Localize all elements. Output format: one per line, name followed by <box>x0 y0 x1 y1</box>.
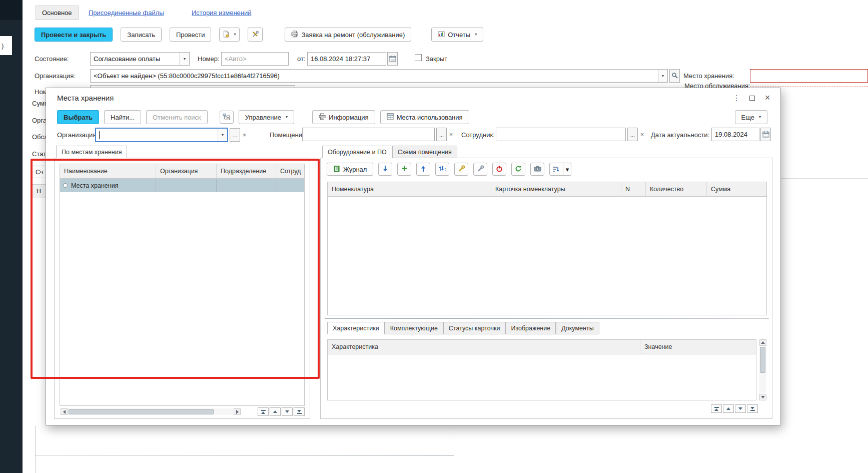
tab-documents[interactable]: Документы <box>556 322 599 334</box>
tools-icon <box>252 31 259 39</box>
panel-splitter[interactable] <box>325 318 769 319</box>
document-date-calendar-button[interactable] <box>387 52 398 66</box>
state-dropdown-button[interactable]: ▾ <box>180 52 190 66</box>
column-header-employee[interactable]: Сотруд <box>276 164 304 179</box>
storage-place-input[interactable] <box>750 69 868 83</box>
details-go-next-button[interactable] <box>735 404 746 413</box>
tab-components[interactable]: Комплектующие <box>385 322 443 334</box>
information-button[interactable]: Информация <box>312 110 375 124</box>
column-header-quantity[interactable]: Количество <box>646 182 707 197</box>
tab-card-statuses[interactable]: Статусы карточки <box>443 322 506 334</box>
reports-button[interactable]: Отчеты ▾ <box>431 28 483 42</box>
usage-places-button[interactable]: Места использования <box>380 110 469 124</box>
go-next-button[interactable] <box>282 407 293 416</box>
table-row-selected[interactable]: Места хранения <box>60 179 304 192</box>
column-header-department[interactable]: Подразделение <box>217 164 276 179</box>
check-movements-button[interactable]: ? <box>435 163 449 176</box>
v-scroll-track[interactable] <box>759 346 766 393</box>
scroll-thumb[interactable] <box>69 409 214 414</box>
decommission-button[interactable] <box>492 163 506 176</box>
scroll-left-button[interactable] <box>61 408 68 415</box>
scroll-down-button[interactable] <box>759 394 766 400</box>
scroll-up-button[interactable] <box>759 339 766 346</box>
details-go-last-button[interactable] <box>747 404 758 413</box>
document-date-input[interactable]: 16.08.2024 18:27:37 <box>307 52 386 66</box>
link-change-history[interactable]: История изменений <box>192 9 252 17</box>
filter-org-dropdown-button[interactable]: ▾ <box>218 129 227 141</box>
organization-input[interactable]: <Объект не найден> (55:80c0000c29975fcc1… <box>90 69 658 83</box>
filter-org-combo[interactable]: ▾ <box>95 128 228 142</box>
go-last-button[interactable] <box>294 407 305 416</box>
details-go-previous-button[interactable] <box>723 404 734 413</box>
service-tools-button[interactable] <box>248 28 263 42</box>
filter-room-ellipsis-button[interactable]: ... <box>436 128 447 141</box>
post-and-close-button[interactable]: Провести и закрыть <box>35 28 113 42</box>
column-header-name[interactable]: Наименование <box>60 164 156 179</box>
close-icon[interactable]: × <box>760 92 774 104</box>
column-header-characteristic[interactable]: Характеристика <box>328 340 640 354</box>
closed-checkbox[interactable] <box>415 54 422 61</box>
go-previous-button[interactable] <box>270 407 281 416</box>
scroll-right-button[interactable] <box>234 408 241 415</box>
move-down-list-button[interactable] <box>378 163 392 176</box>
refresh-button[interactable] <box>511 163 525 176</box>
service-place-underline[interactable] <box>750 87 868 87</box>
sort-icon[interactable] <box>549 163 563 176</box>
tab-by-storage-places[interactable]: По местам хранения <box>56 146 127 158</box>
create-based-on-button[interactable]: ▾ <box>219 28 240 42</box>
column-header-sum[interactable]: Сумма <box>707 182 766 197</box>
details-go-first-button[interactable] <box>711 404 722 413</box>
post-button[interactable]: Провести <box>170 28 212 42</box>
v-scroll-thumb[interactable] <box>760 347 765 373</box>
state-value[interactable]: Согласование оплаты <box>90 52 180 66</box>
number-input[interactable]: <Авто> <box>221 52 289 66</box>
filter-org-clear-button[interactable]: × <box>240 128 249 142</box>
organization-dropdown-button[interactable]: ▾ <box>658 69 668 83</box>
tab-main[interactable]: Основное <box>36 6 79 20</box>
list-view-mode-button[interactable] <box>220 111 234 124</box>
column-header-card[interactable]: Карточка номенклатуры <box>491 182 621 197</box>
tab-image[interactable]: Изображение <box>505 322 556 334</box>
add-row-button[interactable] <box>397 163 411 176</box>
filter-employee-input[interactable] <box>496 128 626 141</box>
filter-room-clear-button[interactable]: × <box>447 128 455 141</box>
photo-button[interactable] <box>530 163 544 176</box>
sort-split-button[interactable]: ▾ <box>549 163 571 176</box>
filter-employee-clear-button[interactable]: × <box>638 128 646 141</box>
sort-dropdown-button[interactable]: ▾ <box>563 163 571 176</box>
find-button[interactable]: Найти... <box>104 110 141 124</box>
scroll-track[interactable] <box>68 408 233 415</box>
service-wrench-button[interactable] <box>473 163 487 176</box>
filter-org-ellipsis-button[interactable]: ... <box>230 128 240 142</box>
kebab-menu-icon[interactable]: ⋮ <box>729 92 743 104</box>
go-first-button[interactable] <box>258 407 269 416</box>
number-placeholder: <Авто> <box>225 55 247 63</box>
repair-wrench-button[interactable] <box>454 163 468 176</box>
column-header-n[interactable]: N <box>621 182 646 197</box>
management-menu-button[interactable]: Управление ▾ <box>239 110 294 124</box>
link-attached-files[interactable]: Присоединенные файлы <box>89 9 164 17</box>
column-header-nomenclature[interactable]: Номенклатура <box>328 182 491 197</box>
journal-button[interactable]: Журнал <box>327 163 373 176</box>
move-up-list-button[interactable] <box>416 163 430 176</box>
state-combo[interactable]: Согласование оплаты ▾ <box>90 52 190 66</box>
more-button[interactable]: Еще ▾ <box>735 110 767 124</box>
cancel-search-button[interactable]: Отменить поиск <box>146 110 208 124</box>
maximize-icon[interactable] <box>745 92 759 104</box>
filter-org-input[interactable] <box>96 129 218 141</box>
tab-main-label: Основное <box>42 9 72 17</box>
column-header-organization[interactable]: Организация <box>156 164 217 179</box>
arrow-up-icon <box>420 165 426 174</box>
select-button[interactable]: Выбрать <box>57 110 99 124</box>
save-button[interactable]: Записать <box>121 28 162 42</box>
tab-room-scheme[interactable]: Схема помещения <box>392 146 457 158</box>
organization-open-button[interactable] <box>669 69 680 83</box>
filter-room-input[interactable] <box>302 128 435 141</box>
column-header-value[interactable]: Значение <box>640 340 756 354</box>
filter-date-calendar-button[interactable] <box>760 128 771 141</box>
tab-equipment[interactable]: Оборудование и ПО <box>322 146 392 158</box>
repair-request-button[interactable]: Заявка на ремонт (обслуживание) <box>285 28 411 42</box>
filter-date-input[interactable]: 19.08.2024 <box>711 128 759 141</box>
tab-characteristics[interactable]: Характеристики <box>327 322 385 334</box>
filter-employee-ellipsis-button[interactable]: ... <box>627 128 638 141</box>
